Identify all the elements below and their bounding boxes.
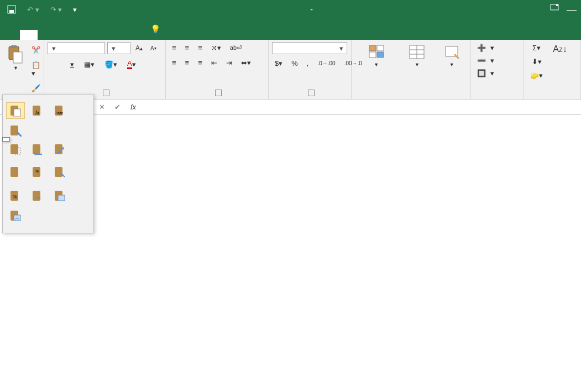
svg-text:%: %: [35, 169, 39, 174]
tab-formulas[interactable]: [73, 30, 91, 40]
paste-opt-values[interactable]: [6, 164, 25, 181]
align-right-icon[interactable]: ≡: [195, 57, 205, 69]
wrap-text-icon[interactable]: ab⏎: [227, 43, 244, 53]
tab-page-layout[interactable]: [55, 30, 73, 40]
minimize-icon[interactable]: —: [567, 4, 577, 15]
cell-styles-button[interactable]: ▼: [436, 42, 467, 70]
align-bottom-icon[interactable]: ≡: [195, 42, 205, 54]
chevron-down-icon: ▼: [13, 65, 18, 71]
align-top-icon[interactable]: ≡: [169, 42, 179, 54]
font-color-icon[interactable]: A▾: [124, 58, 139, 71]
paste-special-command[interactable]: [5, 225, 91, 229]
tab-view[interactable]: [126, 30, 144, 40]
svg-rect-30: [55, 167, 62, 177]
tab-home[interactable]: [20, 30, 38, 40]
paste-opt-formatting[interactable]: %: [6, 187, 25, 204]
clear-icon[interactable]: 🧽▾: [527, 70, 546, 81]
lightbulb-icon: 💡: [150, 24, 161, 34]
other-paste-header: [5, 182, 91, 186]
sort-filter-button[interactable]: AZ↓: [548, 42, 572, 56]
insert-cells-button[interactable]: ➕ ▾: [474, 42, 497, 54]
increase-decimal-icon[interactable]: .0→.00: [315, 59, 338, 68]
svg-rect-35: [58, 195, 65, 201]
group-font: ▾ ▾ A▴ A▾ ▾ ▦▾ 🪣▾ A▾: [44, 40, 166, 99]
paste-opt-formulas[interactable]: fx: [28, 102, 47, 119]
redo-icon[interactable]: ↷ ▾: [48, 4, 65, 15]
fill-color-icon[interactable]: 🪣▾: [102, 59, 120, 70]
svg-rect-17: [14, 109, 20, 117]
copy-icon[interactable]: 📋▾: [29, 59, 43, 79]
svg-rect-7: [369, 45, 376, 51]
paste-options-panel: fx %fx % %: [2, 94, 94, 233]
undo-icon[interactable]: ↶ ▾: [24, 4, 42, 15]
align-middle-icon[interactable]: ≡: [182, 42, 192, 54]
increase-indent-icon[interactable]: ⇥: [223, 57, 235, 69]
format-cells-icon: 🔲: [477, 69, 486, 77]
borders-icon[interactable]: ▦▾: [81, 59, 97, 70]
fx-icon[interactable]: fx: [125, 100, 142, 114]
svg-rect-8: [377, 45, 384, 51]
svg-rect-1: [9, 10, 14, 13]
delete-cells-button[interactable]: ➖ ▾: [474, 55, 497, 66]
paste-opt-picture[interactable]: [50, 187, 69, 204]
paste-opt-transpose[interactable]: [50, 141, 69, 158]
paste-opt-paste[interactable]: [6, 102, 25, 119]
accounting-icon[interactable]: $▾: [272, 58, 285, 69]
group-styles: ▼ ▼ ▼: [352, 40, 471, 99]
format-cells-button[interactable]: 🔲 ▾: [474, 67, 497, 79]
formula-input[interactable]: [142, 100, 581, 114]
percent-icon[interactable]: %: [289, 58, 301, 69]
svg-rect-23: [11, 144, 18, 154]
font-dialog-launcher[interactable]: [103, 90, 109, 96]
paste-opt-no-borders[interactable]: [6, 141, 25, 158]
paste-opt-formulas-numfmt[interactable]: %fx: [50, 102, 69, 119]
paste-opt-keep-source-fmt[interactable]: [6, 122, 25, 139]
paste-opt-link[interactable]: [28, 187, 47, 204]
decrease-indent-icon[interactable]: ⇤: [208, 57, 220, 69]
paste-opt-values-numfmt[interactable]: %: [28, 164, 47, 181]
decrease-font-icon[interactable]: A▾: [148, 44, 159, 53]
paste-opt-linked-picture[interactable]: [6, 207, 25, 224]
bold-button[interactable]: [48, 62, 53, 66]
paste-opt-values-source-fmt[interactable]: [50, 164, 69, 181]
comma-icon[interactable]: ,: [304, 58, 312, 69]
increase-font-icon[interactable]: A▴: [133, 43, 145, 54]
merge-center-icon[interactable]: ⬌▾: [238, 57, 254, 69]
group-number: ▾ $▾ % , .0→.00 .00→.0: [269, 40, 352, 99]
svg-rect-3: [556, 4, 558, 6]
tab-review[interactable]: [108, 30, 126, 40]
paste-button[interactable]: ▼: [3, 42, 27, 73]
group-alignment: ≡ ≡ ≡ ⤭▾ ab⏎ ≡ ≡ ≡ ⇤ ⇥ ⬌▾: [166, 40, 269, 99]
tab-file[interactable]: [2, 30, 20, 40]
conditional-formatting-button[interactable]: ▼: [355, 42, 398, 70]
tell-me-search[interactable]: 💡: [150, 24, 165, 40]
fill-icon[interactable]: ⬇▾: [527, 56, 546, 67]
tab-insert[interactable]: [38, 30, 55, 40]
align-left-icon[interactable]: ≡: [169, 57, 179, 69]
underline-button[interactable]: ▾: [67, 59, 77, 70]
autosum-icon[interactable]: Σ▾: [527, 42, 546, 54]
cut-icon[interactable]: ✂️: [29, 44, 43, 56]
group-cells: ➕ ▾ ➖ ▾ 🔲 ▾: [471, 40, 524, 99]
alignment-dialog-launcher[interactable]: [215, 90, 222, 96]
tab-data[interactable]: [91, 30, 108, 40]
format-as-table-button[interactable]: ▼: [399, 42, 436, 70]
font-size-combo[interactable]: ▾: [107, 42, 130, 54]
paste-opt-keep-col-widths[interactable]: [28, 141, 47, 158]
orientation-icon[interactable]: ⤭▾: [208, 42, 224, 54]
italic-button[interactable]: [57, 62, 63, 66]
number-dialog-launcher[interactable]: [308, 90, 315, 96]
save-icon[interactable]: [4, 3, 19, 15]
enter-formula-icon[interactable]: ✔: [109, 100, 125, 114]
svg-rect-10: [377, 52, 384, 58]
align-center-icon[interactable]: ≡: [182, 57, 192, 69]
cancel-formula-icon[interactable]: ✕: [94, 100, 109, 114]
svg-rect-33: [33, 191, 40, 201]
font-name-combo[interactable]: ▾: [48, 42, 105, 54]
customize-qat-icon[interactable]: ▾: [70, 4, 80, 15]
svg-rect-27: [11, 167, 18, 177]
ribbon-display-icon[interactable]: [550, 4, 559, 15]
paste-section-header: [5, 97, 91, 101]
format-painter-icon[interactable]: 🖌️: [29, 82, 43, 94]
number-format-combo[interactable]: ▾: [272, 42, 347, 54]
